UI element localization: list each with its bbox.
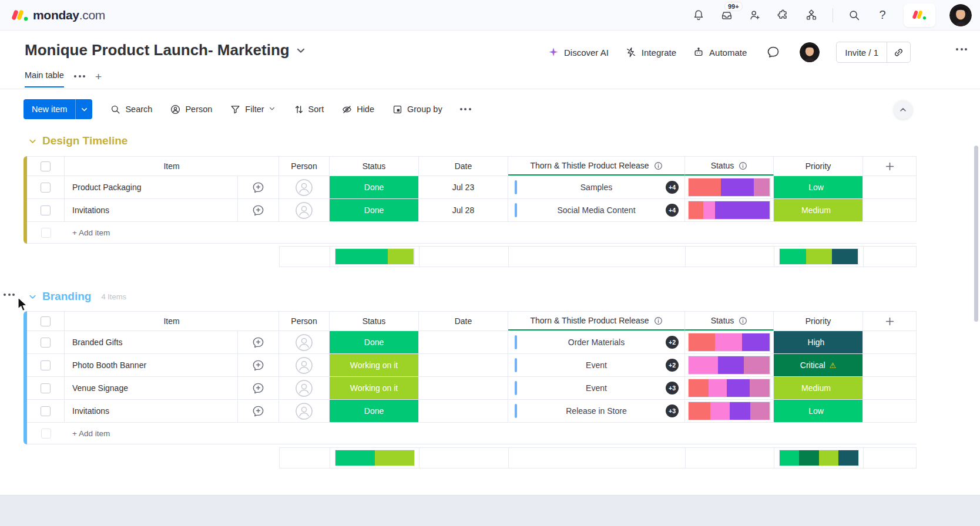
add-update-icon[interactable] [251, 204, 265, 217]
column-header-item[interactable]: Item [65, 312, 279, 331]
row-checkbox[interactable] [41, 383, 51, 393]
connected-board-cell[interactable]: Event +2 [508, 354, 685, 376]
column-header-priority[interactable]: Priority [774, 312, 863, 331]
group-collapse-icon[interactable] [28, 292, 37, 301]
board-title[interactable]: Monique Product Launch- Marketing [25, 41, 306, 59]
select-all-checkbox[interactable] [41, 161, 51, 171]
status-chip[interactable]: Done [330, 331, 418, 353]
group-menu-icon[interactable] [4, 294, 15, 296]
item-name-cell[interactable]: Venue Signage [65, 377, 238, 399]
priority-summary-bar[interactable] [780, 450, 858, 466]
column-header-date[interactable]: Date [419, 157, 508, 176]
apps-marketplace-icon[interactable] [776, 8, 790, 22]
filter-dropdown-icon[interactable] [269, 104, 276, 114]
date-cell[interactable] [419, 400, 508, 422]
column-header-status[interactable]: Status [330, 157, 419, 176]
date-cell[interactable] [419, 377, 508, 399]
date-cell[interactable]: Jul 23 [419, 176, 508, 198]
sort-button[interactable]: Sort [293, 104, 324, 115]
board-owner-avatar[interactable] [800, 42, 820, 62]
add-item-button[interactable]: + Add item [65, 222, 110, 243]
search-button[interactable]: Search [110, 104, 152, 115]
notifications-bell-icon[interactable] [692, 8, 706, 22]
assign-person-icon[interactable] [295, 178, 313, 197]
column-header-priority[interactable]: Priority [774, 157, 863, 176]
column-header-person[interactable]: Person [279, 157, 330, 176]
tab-menu-icon[interactable] [74, 75, 85, 77]
column-header-person[interactable]: Person [279, 312, 330, 331]
column-header-status-mirror[interactable]: Status [685, 312, 774, 331]
priority-chip[interactable]: High [774, 331, 862, 353]
row-checkbox[interactable] [41, 183, 51, 193]
linked-items-badge[interactable]: +3 [666, 404, 679, 417]
status-battery[interactable] [689, 178, 770, 196]
date-cell[interactable] [419, 331, 508, 353]
add-item-row[interactable]: + Add item [27, 423, 917, 444]
copy-link-icon[interactable] [887, 42, 910, 62]
new-item-dropdown-icon[interactable] [76, 99, 92, 119]
column-header-date[interactable]: Date [419, 312, 508, 331]
assign-person-icon[interactable] [295, 379, 313, 397]
item-name-cell[interactable]: Invitations [65, 400, 238, 422]
assign-person-icon[interactable] [295, 333, 313, 352]
person-filter-button[interactable]: Person [170, 104, 212, 115]
linked-items-badge[interactable]: +2 [666, 359, 679, 372]
connected-board-cell[interactable]: Social Media Content +4 [508, 199, 685, 221]
priority-chip[interactable]: Medium [774, 199, 862, 221]
add-item-row[interactable]: + Add item [27, 222, 917, 244]
priority-chip[interactable]: Low [774, 176, 862, 198]
row-checkbox[interactable] [41, 360, 51, 370]
item-name-cell[interactable]: Photo Booth Banner [65, 354, 238, 376]
linked-items-badge[interactable]: +3 [666, 382, 679, 394]
item-name-cell[interactable]: Branded Gifts [65, 331, 238, 353]
status-chip[interactable]: Done [330, 199, 418, 221]
group-collapse-icon[interactable] [28, 137, 37, 146]
add-update-icon[interactable] [251, 359, 265, 372]
column-header-release[interactable]: Thorn & Thistle Product Release [508, 157, 685, 176]
connected-board-cell[interactable]: Event +3 [508, 377, 685, 399]
date-cell[interactable] [419, 354, 508, 376]
linked-items-badge[interactable]: +4 [666, 204, 679, 217]
add-column-button[interactable] [863, 312, 917, 331]
collapse-header-button[interactable] [894, 100, 912, 119]
invite-members-icon[interactable] [748, 8, 762, 22]
tab-main-table[interactable]: Main table [25, 70, 64, 87]
add-item-button[interactable]: + Add item [65, 423, 110, 444]
connected-board-cell[interactable]: Order Materials +2 [508, 331, 685, 353]
add-update-icon[interactable] [251, 382, 265, 395]
column-header-status-mirror[interactable]: Status [685, 157, 774, 176]
filter-button[interactable]: Filter [230, 104, 275, 115]
linked-items-badge[interactable]: +4 [666, 181, 679, 194]
status-battery[interactable] [689, 356, 770, 374]
status-chip[interactable]: Working on it [330, 354, 418, 376]
inbox-icon[interactable]: 99+ [720, 8, 734, 22]
priority-chip[interactable]: Medium [774, 377, 862, 399]
hide-button[interactable]: Hide [341, 104, 374, 115]
monday-logo[interactable]: monday.com [12, 8, 105, 22]
status-chip[interactable]: Done [330, 176, 418, 198]
priority-chip[interactable]: Low [774, 400, 862, 422]
new-item-button[interactable]: New item [24, 99, 92, 119]
automate-button[interactable]: Automate [693, 46, 747, 58]
status-summary-bar[interactable] [335, 249, 414, 264]
integrate-button[interactable]: Integrate [625, 46, 676, 58]
info-icon[interactable] [654, 316, 663, 325]
row-checkbox[interactable] [41, 406, 51, 416]
board-menu-icon[interactable] [956, 48, 967, 50]
column-header-status[interactable]: Status [330, 312, 419, 331]
status-chip[interactable]: Done [330, 400, 418, 422]
column-header-release[interactable]: Thorn & Thistle Product Release [508, 312, 685, 331]
row-checkbox[interactable] [41, 338, 51, 348]
add-update-icon[interactable] [251, 404, 265, 418]
invite-label[interactable]: Invite / 1 [837, 48, 887, 58]
chevron-down-icon[interactable] [296, 45, 306, 56]
connected-board-cell[interactable]: Release in Store +3 [508, 400, 685, 422]
group-title[interactable]: Design Timeline [42, 134, 127, 147]
invite-button[interactable]: Invite / 1 [836, 42, 911, 63]
add-view-icon[interactable]: + [95, 70, 102, 83]
column-header-item[interactable]: Item [65, 157, 279, 176]
status-summary-bar[interactable] [335, 450, 414, 466]
select-all-checkbox[interactable] [41, 316, 51, 326]
status-battery[interactable] [689, 379, 770, 397]
group-by-button[interactable]: Group by [392, 104, 442, 115]
